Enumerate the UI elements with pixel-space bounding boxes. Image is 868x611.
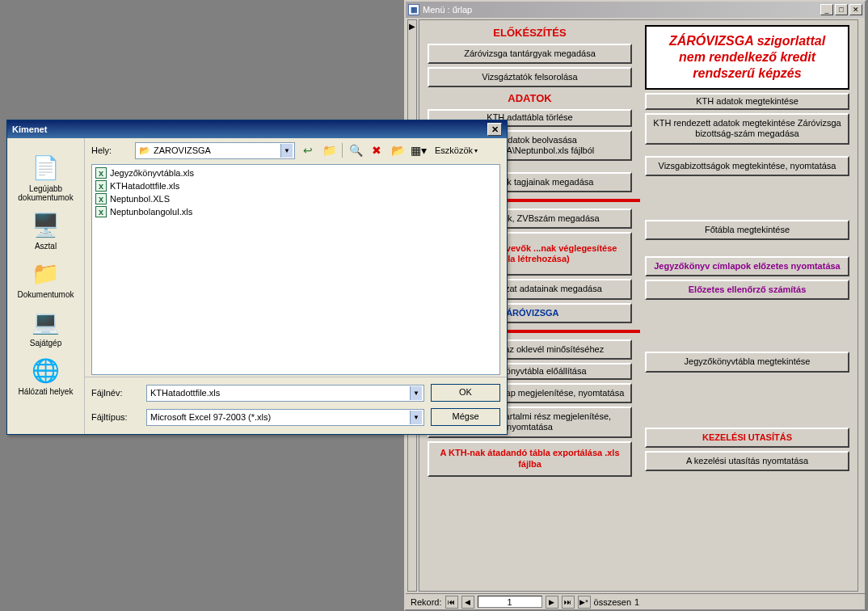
place-recent-label: Legújabb dokumentumok xyxy=(12,184,80,202)
nav-last-button[interactable]: ⏭ xyxy=(562,596,575,609)
xls-icon: x xyxy=(95,167,107,179)
close-button[interactable]: ✕ xyxy=(849,4,862,15)
banner-training-type: ZÁRÓVIZSGA szigorlattal nem rendelkező k… xyxy=(645,25,849,90)
chevron-down-icon: ▾ xyxy=(474,147,478,154)
filetype-value: Microsoft Excel 97-2003 (*.xls) xyxy=(150,412,271,422)
cancel-button[interactable]: Mégse xyxy=(431,408,500,426)
place-mycomputer-label: Sajátgép xyxy=(12,339,80,348)
lookin-dropdown[interactable]: 📂 ZAROVIZSGA ▼ xyxy=(135,142,295,159)
nav-next-button[interactable]: ▶ xyxy=(546,596,558,609)
file-list[interactable]: xJegyzőkönyvtábla.xls xKTHatadottfile.xl… xyxy=(91,164,500,375)
network-icon: 🌐 xyxy=(32,356,61,385)
dialog-titlebar[interactable]: Kimenet ✕ xyxy=(7,120,507,138)
btn-precheck[interactable]: Előzetes ellenőrző számítás xyxy=(645,280,849,300)
section-manual-header[interactable]: KEZELÉSI UTASÍTÁS xyxy=(645,428,849,448)
filetype-label: Fájltípus: xyxy=(91,412,140,422)
place-documents[interactable]: 📁 Dokumentumok xyxy=(12,259,80,299)
delete-button[interactable]: ✖ xyxy=(369,142,385,158)
back-button[interactable]: ↩ xyxy=(300,142,316,158)
file-item[interactable]: xJegyzőkönyvtábla.xls xyxy=(95,166,496,179)
maximize-button[interactable]: □ xyxy=(835,4,848,15)
tools-menu[interactable]: Eszközök ▾ xyxy=(432,145,481,155)
up-button[interactable]: 📁 xyxy=(321,142,337,158)
btn-examiners[interactable]: Vizsgáztatók felsorolása xyxy=(428,67,632,87)
place-documents-label: Dokumentumok xyxy=(12,290,80,299)
btn-main-table-view[interactable]: Főtábla megtekintése xyxy=(645,220,849,240)
file-item[interactable]: xNeptunbolangolul.xls xyxy=(95,205,496,218)
btn-jkt-view[interactable]: Jegyzőkönyvtábla megtekintése xyxy=(645,352,849,372)
btn-kth-view[interactable]: KTH adatok megtekintése xyxy=(645,93,849,110)
place-mycomputer[interactable]: 💻 Sajátgép xyxy=(12,307,80,348)
documents-icon: 📁 xyxy=(32,259,61,288)
file-name: Jegyzőkönyvtábla.xls xyxy=(110,168,194,178)
file-name: KTHatadottfile.xls xyxy=(110,181,179,191)
record-navigator: Rekord: ⏮ ◀ 1 ▶ ⏭ ▶* összesen 1 xyxy=(406,593,865,609)
btn-print-manual[interactable]: A kezelési utasítás nyomtatása xyxy=(645,451,849,471)
search-button[interactable]: 🔍 xyxy=(348,142,364,158)
nav-record-field[interactable]: 1 xyxy=(478,596,542,608)
btn-export-kth[interactable]: A KTH-nak átadandó tábla exportálása .xl… xyxy=(428,441,632,477)
places-bar: 📄 Legújabb dokumentumok 🖥️ Asztal 📁 Doku… xyxy=(7,138,85,434)
xls-icon: x xyxy=(95,206,107,217)
lookin-value: ZAROVIZSGA xyxy=(154,145,211,155)
filetype-field[interactable]: Microsoft Excel 97-2003 (*.xls) ▼ xyxy=(146,409,424,426)
lookin-label: Hely: xyxy=(91,145,130,155)
new-folder-button[interactable]: 📂 xyxy=(390,142,406,158)
views-button[interactable]: ▦▾ xyxy=(411,142,427,158)
form-titlebar[interactable]: ▦ Menü : űrlap _ □ ✕ xyxy=(406,2,865,18)
chevron-down-icon: ▼ xyxy=(410,411,422,424)
dialog-toolbar: Hely: 📂 ZAROVIZSGA ▼ ↩ 📁 🔍 ✖ 📂 ▦▾ Eszköz… xyxy=(85,138,507,162)
recent-icon: 📄 xyxy=(32,153,61,182)
filename-value: KTHatadottfile.xls xyxy=(150,388,220,398)
xls-icon: x xyxy=(95,193,107,204)
btn-committee-view[interactable]: Vizsgabizottságok megtekintése, nyomtatá… xyxy=(645,156,849,176)
section-data-header: ADATOK xyxy=(428,92,632,104)
form-title: Menü : űrlap xyxy=(423,5,819,15)
btn-kth-sorted[interactable]: KTH rendezett adatok megtekintése Záróvi… xyxy=(645,113,849,144)
form-icon: ▦ xyxy=(408,4,419,15)
nav-label: Rekord: xyxy=(411,597,442,607)
place-desktop-label: Asztal xyxy=(12,242,80,251)
place-recent[interactable]: 📄 Legújabb dokumentumok xyxy=(12,153,80,202)
folder-icon: 📂 xyxy=(139,145,150,156)
nav-total-value: 1 xyxy=(634,597,639,607)
file-item[interactable]: xKTHatadottfile.xls xyxy=(95,179,496,192)
place-desktop[interactable]: 🖥️ Asztal xyxy=(12,210,80,251)
chevron-down-icon: ▼ xyxy=(280,144,293,158)
nav-total-label: összesen xyxy=(594,597,631,607)
xls-icon: x xyxy=(95,180,107,192)
dialog-close-button[interactable]: ✕ xyxy=(487,123,502,136)
btn-jk-cover-preview[interactable]: Jegyzőkönyv címlapok előzetes nyomtatása xyxy=(645,256,849,276)
file-name: Neptunbol.XLS xyxy=(110,194,170,204)
tools-label: Eszközök xyxy=(435,145,473,155)
place-network-label: Hálózati helyek xyxy=(12,387,80,396)
section-prep-header: ELŐKÉSZÍTÉS xyxy=(428,27,632,39)
place-network[interactable]: 🌐 Hálózati helyek xyxy=(12,356,80,396)
ok-button[interactable]: OK xyxy=(431,384,500,402)
desktop-icon: 🖥️ xyxy=(32,210,61,239)
minimize-button[interactable]: _ xyxy=(820,4,833,15)
btn-subjects[interactable]: Záróvizsga tantárgyak megadása xyxy=(428,44,632,64)
computer-icon: 💻 xyxy=(32,307,61,336)
chevron-down-icon: ▼ xyxy=(410,386,422,400)
file-save-dialog: Kimenet ✕ 📄 Legújabb dokumentumok 🖥️ Asz… xyxy=(6,120,508,435)
filename-field[interactable]: KTHatadottfile.xls ▼ xyxy=(146,385,424,402)
file-item[interactable]: xNeptunbol.XLS xyxy=(95,192,496,205)
filename-label: Fájlnév: xyxy=(91,388,140,398)
file-name: Neptunbolangolul.xls xyxy=(110,207,192,217)
nav-prev-button[interactable]: ◀ xyxy=(461,596,474,609)
nav-new-button[interactable]: ▶* xyxy=(578,596,591,609)
nav-first-button[interactable]: ⏮ xyxy=(445,596,458,609)
dialog-title: Kimenet xyxy=(12,124,47,134)
